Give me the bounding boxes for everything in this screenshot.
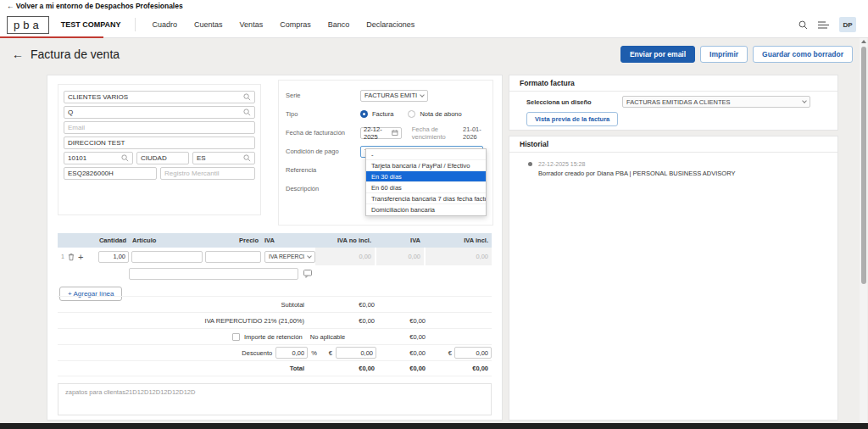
postal-code-input[interactable] — [68, 154, 121, 162]
price-input[interactable] — [205, 251, 261, 263]
search-icon[interactable] — [121, 154, 129, 162]
nav-item-compras[interactable]: Compras — [271, 20, 320, 29]
client-section — [58, 84, 261, 215]
scroll-up-icon[interactable] — [861, 40, 866, 43]
subtotal-row: Subtotal €0,00 — [58, 296, 492, 312]
search-icon[interactable] — [243, 109, 251, 116]
payment-option-tarjeta[interactable]: Tarjeta bancaria / PayPal / Efectivo — [366, 160, 486, 171]
scrollbar-thumb[interactable] — [861, 47, 866, 284]
invoice-date-value: 22-12-2025 — [364, 125, 392, 141]
formato-factura-card: Formato factura Selecciona un diseño FAC… — [509, 75, 838, 131]
iva-incl-value: 0,00 — [424, 248, 492, 265]
tax-id-input[interactable] — [68, 170, 153, 177]
referencia-label: Referencia — [286, 166, 360, 174]
total-row: Total €0,00 €0,00 €0,00 — [58, 360, 492, 376]
chevron-down-icon — [307, 254, 312, 259]
radio-nota-abono[interactable] — [408, 110, 415, 118]
postal-code-field-wrap — [64, 152, 133, 164]
add-row-icon[interactable]: + — [78, 253, 83, 261]
client-name-input[interactable] — [68, 93, 243, 101]
iva-row-value-a: €0,00 — [316, 317, 376, 325]
iva-type-select[interactable]: IVA REPERCUT — [264, 251, 315, 263]
utility-bar: ← Volver a mi entorno de Despachos Profe… — [0, 0, 868, 12]
invoice-form-card: Serie FACTURAS EMITID Tipo Factura Nota … — [47, 75, 503, 421]
user-avatar[interactable]: DP — [839, 17, 856, 32]
total-value-b: €0,00 — [376, 365, 426, 372]
payment-option-en-60-dias[interactable]: En 60 días — [366, 182, 486, 193]
country-input[interactable] — [197, 154, 243, 162]
col-iva2: IVA — [375, 237, 424, 244]
vertical-scrollbar[interactable] — [860, 38, 867, 422]
bullet-icon — [528, 162, 532, 166]
client-email-field-wrap — [64, 121, 255, 134]
history-entry-time: 22-12-2025 15:28 — [538, 161, 585, 167]
descuento-value-b: €0,00 — [376, 349, 426, 357]
trash-icon[interactable] — [68, 253, 75, 261]
fecha-facturacion-label: Fecha de facturación — [286, 129, 360, 136]
tax-id-field-wrap — [64, 167, 157, 180]
back-icon[interactable]: ← — [12, 47, 24, 61]
list-icon[interactable] — [818, 20, 829, 30]
page-header: ← Factura de venta Enviar por email Impr… — [0, 38, 868, 70]
nav-item-banco[interactable]: Banco — [320, 20, 359, 29]
table-row: 1 + IVA REPERCUT 0,00 0,00 0,00 — [58, 248, 492, 265]
design-select[interactable]: FACTURAS EMITIDAS A CLIENTES — [622, 96, 810, 108]
client-nif-field-wrap — [64, 106, 255, 119]
client-email-input[interactable] — [68, 124, 251, 131]
client-nif-input[interactable] — [68, 109, 243, 116]
nav-item-cuentas[interactable]: Cuentas — [186, 20, 231, 29]
invoice-note-textarea[interactable]: zapatos para clientas21D12D12D12D12D12D — [58, 383, 492, 415]
discount-amount-input[interactable] — [336, 347, 376, 359]
search-icon[interactable] — [798, 20, 808, 30]
line-items-table: Cantidad Artículo Precio IVA IVA no incl… — [58, 233, 492, 301]
descuento-label: Descuento — [242, 349, 272, 357]
discount-percent-input[interactable] — [275, 347, 308, 359]
registro-field-wrap — [160, 167, 255, 180]
horizontal-scrollbar[interactable] — [0, 423, 868, 429]
company-name[interactable]: TEST COMPANY — [61, 20, 121, 29]
back-to-environment-link[interactable]: ← Volver a mi entorno de Despachos Profe… — [7, 2, 183, 10]
radio-factura[interactable] — [360, 110, 368, 118]
nav-item-cuadro[interactable]: Cuadro — [144, 20, 186, 29]
retencion-row: Importe de retención No aplicable €0,00 — [58, 328, 492, 344]
nav-item-declaraciones[interactable]: Declaraciones — [358, 20, 423, 29]
tipo-label: Tipo — [286, 110, 360, 118]
radio-factura-label: Factura — [372, 110, 393, 118]
save-draft-button[interactable]: Guardar como borrador — [753, 46, 853, 63]
calendar-icon — [392, 129, 398, 136]
discount-incl-input[interactable] — [454, 347, 492, 359]
iva-no-incl-value: 0,00 — [315, 248, 375, 265]
total-value-a: €0,00 — [316, 365, 376, 372]
payment-option-empty[interactable]: - — [366, 149, 486, 160]
serie-select[interactable]: FACTURAS EMITID — [360, 90, 428, 102]
payment-option-domiciliacion[interactable]: Domiciliación bancaria — [366, 204, 486, 215]
subtotal-value: €0,00 — [316, 301, 376, 309]
iva-row: IVA REPERCUTIDO 21% (21,00%) €0,00 €0,00 — [58, 312, 492, 328]
pba-logo[interactable]: pba — [7, 16, 49, 34]
client-address-field-wrap — [64, 136, 255, 149]
search-icon[interactable] — [243, 93, 251, 101]
euro-symbol: € — [448, 349, 452, 357]
print-button[interactable]: Imprimir — [700, 46, 748, 63]
col-cantidad: Cantidad — [98, 237, 129, 244]
city-field-wrap — [136, 152, 189, 164]
retencion-value: €0,00 — [376, 333, 426, 341]
client-address-input[interactable] — [68, 139, 251, 147]
registro-mercantil-input[interactable] — [164, 170, 251, 177]
nav-divider — [135, 18, 136, 31]
invoice-date-picker[interactable]: 22-12-2025 — [360, 127, 402, 139]
total-label: Total — [58, 365, 316, 372]
total-value-c: €0,00 — [426, 365, 492, 372]
city-input[interactable] — [141, 154, 185, 162]
nav-item-ventas[interactable]: Ventas — [231, 20, 272, 29]
search-icon[interactable] — [243, 154, 251, 162]
article-input[interactable] — [131, 251, 203, 263]
payment-option-en-30-dias[interactable]: En 30 días — [366, 171, 486, 182]
send-email-button[interactable]: Enviar por email — [620, 46, 695, 63]
quantity-input[interactable] — [98, 251, 129, 263]
retention-checkbox[interactable] — [232, 333, 240, 341]
line-description-input[interactable] — [129, 268, 298, 280]
note-icon[interactable] — [303, 270, 312, 278]
payment-option-transferencia[interactable]: Transferencia bancaria 7 días fecha fact… — [366, 193, 486, 204]
preview-invoice-button[interactable]: Vista previa de la factura — [526, 112, 618, 126]
